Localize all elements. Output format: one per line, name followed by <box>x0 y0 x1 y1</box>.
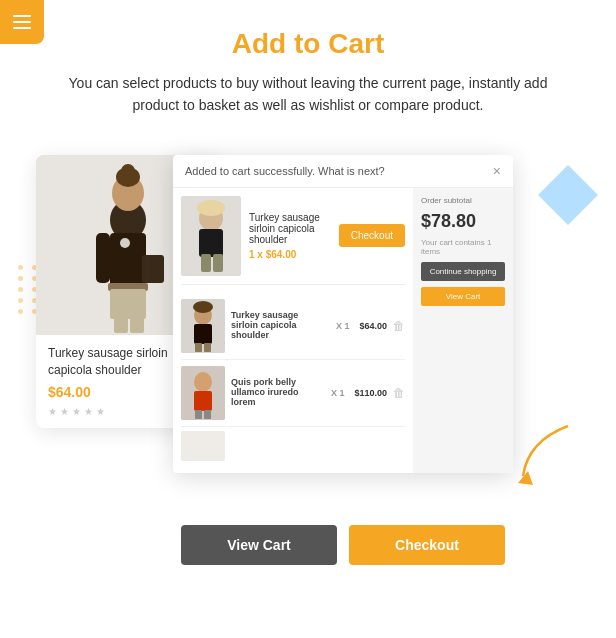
cart-item-price: $64.00 <box>359 321 387 331</box>
svg-rect-24 <box>195 343 202 352</box>
cart-item-qty: X 1 <box>327 388 349 398</box>
svg-point-16 <box>197 200 225 216</box>
featured-item-title: Turkey sausage sirloin capicola shoulder <box>249 212 331 245</box>
header: Add to Cart You can select products to b… <box>0 0 616 129</box>
featured-item-info: Turkey sausage sirloin capicola shoulder… <box>249 212 331 260</box>
svg-point-6 <box>120 238 130 248</box>
svg-rect-25 <box>204 343 211 352</box>
svg-marker-32 <box>518 471 533 485</box>
svg-rect-17 <box>199 229 223 257</box>
svg-rect-28 <box>194 391 212 411</box>
decorative-arrow-blue <box>538 165 598 225</box>
svg-rect-8 <box>110 289 146 319</box>
svg-rect-12 <box>96 233 110 283</box>
menu-button[interactable] <box>0 0 44 44</box>
svg-rect-10 <box>130 317 144 333</box>
cart-item-delete-button[interactable]: 🗑 <box>393 319 405 333</box>
checkout-top-button[interactable]: Checkout <box>339 224 405 247</box>
cart-items-section: Turkey sausage sirloin capicola shoulder… <box>173 188 413 473</box>
featured-cart-item: Turkey sausage sirloin capicola shoulder… <box>181 196 405 285</box>
svg-rect-31 <box>181 431 225 461</box>
bottom-buttons: View Cart Checkout <box>173 525 513 565</box>
cart-item-details: Turkey sausage sirloin capicola shoulder <box>231 310 326 342</box>
cart-summary-section: Order subtotal $78.80 Your cart contains… <box>413 188 513 473</box>
cart-item-thumbnail <box>181 366 225 420</box>
order-subtotal-label: Order subtotal <box>421 196 505 205</box>
featured-price: $64.00 <box>266 249 297 260</box>
page-description: You can select products to buy without l… <box>60 72 556 117</box>
svg-rect-11 <box>142 255 164 283</box>
arrow-curve-2-icon <box>508 421 588 495</box>
svg-rect-23 <box>194 324 212 344</box>
cart-item-thumbnail <box>181 299 225 353</box>
view-cart-button[interactable]: View Cart <box>181 525 337 565</box>
view-cart-summary-button[interactable]: View Cart <box>421 287 505 306</box>
cart-item-row: Quis pork belly ullamco iruredo lorem X … <box>181 360 405 427</box>
cart-item-details: Quis pork belly ullamco iruredo lorem <box>231 377 321 409</box>
cart-item-delete-button[interactable]: 🗑 <box>393 386 405 400</box>
svg-rect-18 <box>201 254 211 272</box>
svg-rect-30 <box>204 410 211 419</box>
order-subtotal-price: $78.80 <box>421 211 505 232</box>
cart-item-title: Turkey sausage sirloin capicola shoulder <box>231 310 326 340</box>
svg-rect-9 <box>114 317 128 333</box>
page-title: Add to Cart <box>60 28 556 60</box>
cart-item-partial <box>181 427 405 465</box>
featured-qty-label: 1 x <box>249 249 263 260</box>
svg-point-22 <box>193 301 213 313</box>
cart-popup-close-button[interactable]: × <box>493 163 501 179</box>
svg-point-4 <box>121 164 135 178</box>
continue-shopping-button[interactable]: Continue shopping <box>421 262 505 281</box>
svg-point-27 <box>194 372 212 392</box>
cart-success-message: Added to cart successfully. What is next… <box>185 165 385 177</box>
featured-item-image <box>181 196 241 276</box>
svg-rect-29 <box>195 410 202 419</box>
cart-item-row: Turkey sausage sirloin capicola shoulder… <box>181 293 405 360</box>
featured-item-qty-price: 1 x $64.00 <box>249 249 331 260</box>
cart-item-price: $110.00 <box>354 388 387 398</box>
cart-item-qty: X 1 <box>332 321 354 331</box>
menu-icon <box>13 15 31 29</box>
cart-items-count: Your cart contains 1 items <box>421 238 505 256</box>
illustration: Turkey sausage sirloin capicola shoulder… <box>18 145 598 575</box>
svg-rect-19 <box>213 254 223 272</box>
cart-item-thumbnail <box>181 431 225 461</box>
cart-item-title: Quis pork belly ullamco iruredo lorem <box>231 377 321 407</box>
cart-popup: Added to cart successfully. What is next… <box>173 155 513 473</box>
cart-popup-body: Turkey sausage sirloin capicola shoulder… <box>173 188 513 473</box>
cart-popup-header: Added to cart successfully. What is next… <box>173 155 513 188</box>
checkout-button[interactable]: Checkout <box>349 525 505 565</box>
